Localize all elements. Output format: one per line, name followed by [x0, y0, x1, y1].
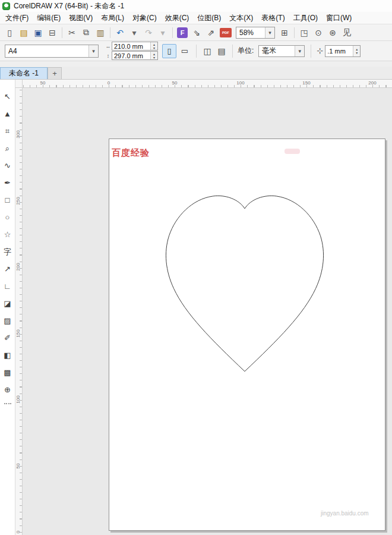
new-tab-button[interactable]: + [48, 67, 62, 79]
ellipse-tool[interactable]: ○ [1, 209, 15, 226]
landscape-button[interactable]: ▭ [178, 44, 192, 58]
nudge-distance-field[interactable]: .1 mm ▴▾ [325, 45, 361, 57]
spin-down-icon[interactable]: ▾ [151, 46, 157, 50]
undo-dropdown-icon[interactable]: ▾ [128, 26, 141, 39]
property-bar: A4 ▾ ↔ 210.0 mm ▴▾ ↕ 297.0 mm ▴▾ ▯ ▭ ◫ [0, 41, 392, 61]
shape-tool[interactable]: ▲ [1, 105, 15, 122]
page-height-spinner[interactable]: ▴▾ [150, 52, 157, 59]
redo-icon[interactable]: ↷ [142, 26, 155, 39]
paper-size-select[interactable]: A4 ▾ [5, 45, 99, 58]
rectangle-tool[interactable]: □ [1, 191, 15, 209]
menu-item-0[interactable]: 文件(F) [1, 12, 33, 24]
menu-item-4[interactable]: 对象(C) [128, 12, 161, 24]
options-icon[interactable]: ⊛ [326, 26, 339, 39]
undo-icon[interactable]: ↶ [113, 26, 127, 39]
page-width-value: 210.0 mm [112, 43, 145, 50]
artistic-media-tool[interactable]: ✒ [1, 174, 15, 191]
units-select[interactable]: 毫米 ▾ [258, 45, 305, 57]
save-icon[interactable]: ▣ [31, 26, 45, 39]
plus-icon: + [52, 69, 57, 78]
page-height-icon: ↕ [105, 53, 112, 59]
spin-down-icon[interactable]: ▾ [151, 56, 157, 59]
print-icon[interactable]: ⊟ [46, 26, 59, 39]
horizontal-ruler[interactable]: 50050100150200 [23, 80, 392, 88]
chevron-down-icon[interactable]: ▾ [265, 27, 274, 38]
full-screen-preview-icon[interactable]: ◳ [298, 26, 311, 39]
publish-pdf-icon[interactable]: PDF [220, 28, 232, 37]
document-tab-label: 未命名 -1 [9, 68, 39, 78]
new-document-icon[interactable]: ▯ [3, 26, 16, 39]
connector-tool[interactable]: ∟ [1, 278, 15, 295]
current-page-button[interactable]: ▤ [215, 45, 228, 58]
menu-item-7[interactable]: 文本(X) [225, 12, 257, 24]
interactive-fill-tool[interactable]: ◧ [1, 347, 15, 364]
page[interactable]: 百度经验 jingyan.baidu.com [109, 139, 385, 531]
menu-item-10[interactable]: 窗口(W) [322, 12, 356, 24]
workspace: ↖▲⌗⌕∿✒□○☆字↗∟◪▨✐◧▩⊕ 50050100150200 300250… [0, 80, 392, 535]
pick-tool[interactable]: ↖ [1, 88, 15, 105]
copy-icon[interactable]: ⧉ [80, 26, 93, 39]
ruler-corner[interactable] [15, 80, 23, 88]
menu-item-6[interactable]: 位图(B) [193, 12, 225, 24]
crop-tool[interactable]: ⌗ [1, 122, 15, 140]
ruler-label: 50 [40, 80, 46, 86]
app-window: CorelDRAW X7 (64-Bit) - 未命名 -1 文件(F)编辑(E… [0, 0, 392, 535]
ruler-label: 150 [15, 328, 21, 339]
freehand-tool[interactable]: ∿ [1, 157, 15, 174]
page-height-value: 297.0 mm [112, 52, 145, 59]
polygon-tool[interactable]: ☆ [1, 226, 15, 243]
toolbox: ↖▲⌗⌕∿✒□○☆字↗∟◪▨✐◧▩⊕ [0, 80, 15, 535]
page-dimensions: ↔ 210.0 mm ▴▾ ↕ 297.0 mm ▴▾ [105, 42, 158, 60]
watermark-smudge [284, 149, 300, 154]
zoom-tool[interactable]: ⌕ [1, 140, 15, 157]
zoom-level-value: 58% [236, 29, 265, 37]
menu-item-8[interactable]: 表格(T) [257, 12, 289, 24]
transparency-tool[interactable]: ▨ [1, 312, 15, 329]
export-icon[interactable]: ⇗ [204, 26, 217, 39]
ruler-label: 200 [15, 262, 21, 272]
paste-icon[interactable]: ▥ [94, 26, 107, 39]
page-height-field[interactable]: 297.0 mm ▴▾ [112, 51, 158, 60]
drop-shadow-tool[interactable]: ◪ [1, 295, 15, 312]
menu-item-5[interactable]: 效果(C) [161, 12, 194, 24]
document-tab[interactable]: 未命名 -1 [0, 67, 48, 79]
menu-item-3[interactable]: 布局(L) [97, 12, 128, 24]
watermark-url: jingyan.baidu.com [321, 510, 369, 517]
chevron-down-icon[interactable]: ▾ [88, 45, 98, 57]
welcome-screen-icon[interactable]: 见 [340, 26, 353, 39]
nudge-distance-icon: ⊹ [317, 46, 323, 55]
ruler-label: 100 [236, 80, 244, 86]
redo-dropdown-icon[interactable]: ▾ [156, 26, 169, 39]
color-eyedropper-tool[interactable]: ✐ [1, 329, 15, 347]
search-content-icon[interactable]: F [177, 27, 188, 38]
ruler-label: 0 [15, 527, 21, 535]
property-bar-separator [196, 45, 197, 58]
add-tools[interactable]: ⊕ [1, 381, 15, 398]
all-pages-button[interactable]: ◫ [201, 45, 214, 58]
menu-item-9[interactable]: 工具(O) [289, 12, 322, 24]
standard-toolbar: ▯▤▣⊟✂⧉▥↶▾↷▾F⇘⇗PDF 58% ▾ ⊞◳⊙⊛见 [0, 24, 392, 41]
smart-fill-tool[interactable]: ▩ [1, 364, 15, 381]
page-width-spinner[interactable]: ▴▾ [150, 42, 157, 50]
open-folder-icon[interactable]: ▤ [17, 26, 30, 39]
canvas-viewport[interactable]: 百度经验 jingyan.baidu.com [23, 88, 392, 535]
application-launcher-icon[interactable]: ⊞ [278, 26, 291, 39]
ruler-label: 0 [108, 80, 110, 86]
menu-item-2[interactable]: 视图(V) [65, 12, 97, 24]
parallel-dimension-tool[interactable]: ↗ [1, 260, 15, 278]
zoom-level-select[interactable]: 58% ▾ [236, 27, 275, 39]
spin-down-icon[interactable]: ▾ [353, 51, 360, 55]
menu-item-1[interactable]: 编辑(E) [33, 12, 65, 24]
heart-shape[interactable] [166, 196, 323, 371]
page-width-field[interactable]: 210.0 mm ▴▾ [112, 42, 158, 51]
vertical-ruler[interactable]: 300250200150100500 [15, 88, 23, 535]
show-rulers-icon[interactable]: ⊙ [312, 26, 325, 39]
ruler-label: 50 [172, 80, 178, 86]
portrait-button[interactable]: ▯ [162, 44, 176, 58]
chevron-down-icon[interactable]: ▾ [295, 46, 304, 56]
nudge-spinner[interactable]: ▴▾ [353, 46, 360, 56]
page-width-icon: ↔ [105, 43, 112, 49]
text-tool[interactable]: 字 [1, 243, 15, 260]
cut-icon[interactable]: ✂ [65, 26, 78, 39]
import-icon[interactable]: ⇘ [190, 26, 203, 39]
